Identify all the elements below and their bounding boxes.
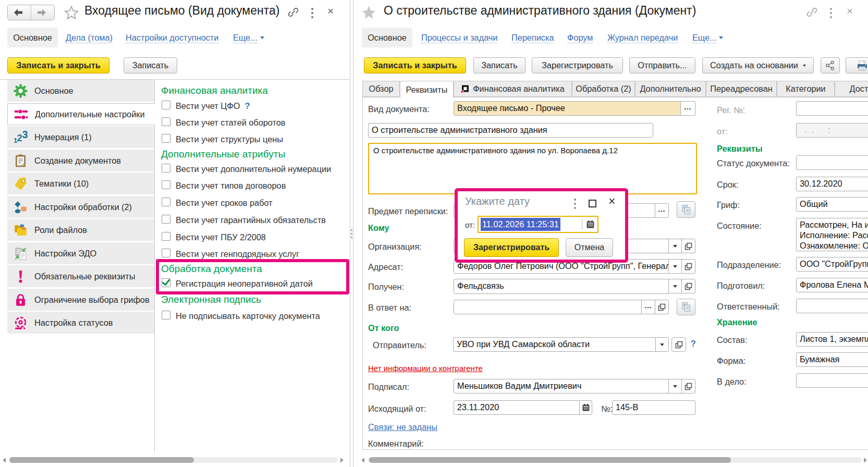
svg-text:3: 3	[22, 130, 28, 140]
svg-text:2: 2	[17, 132, 22, 143]
